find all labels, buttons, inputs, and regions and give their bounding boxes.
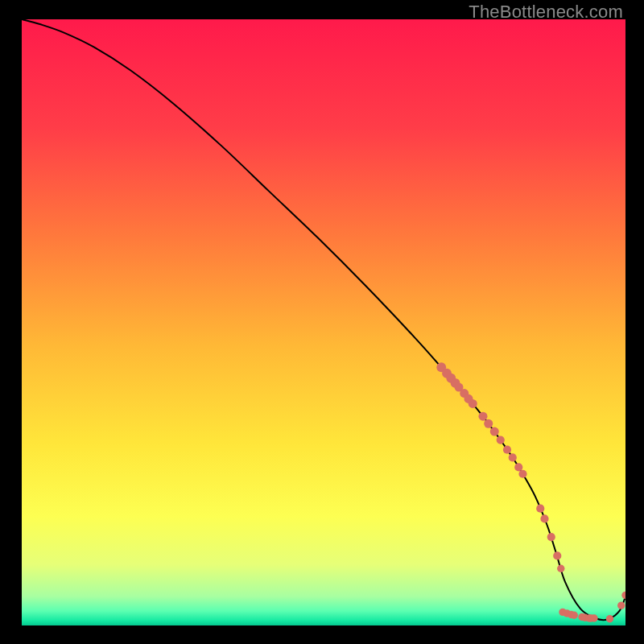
chart-svg [22,19,625,625]
plot-area [22,19,625,625]
watermark-label: TheBottleneck.com [469,2,623,23]
chart-stage: TheBottleneck.com [0,0,644,644]
data-marker [553,551,561,559]
data-marker [503,446,511,454]
data-marker [490,427,499,436]
gradient-background [22,19,625,625]
data-marker [484,419,493,428]
data-marker [590,614,597,621]
data-marker [509,453,517,461]
data-marker [518,470,526,478]
data-marker [606,615,613,622]
data-marker [536,505,544,513]
data-marker [617,601,625,609]
data-marker [469,399,477,408]
data-marker [478,412,487,421]
data-marker [497,436,505,444]
data-marker [547,533,555,541]
data-marker [557,565,564,572]
data-marker [571,612,578,619]
data-marker [540,514,548,522]
